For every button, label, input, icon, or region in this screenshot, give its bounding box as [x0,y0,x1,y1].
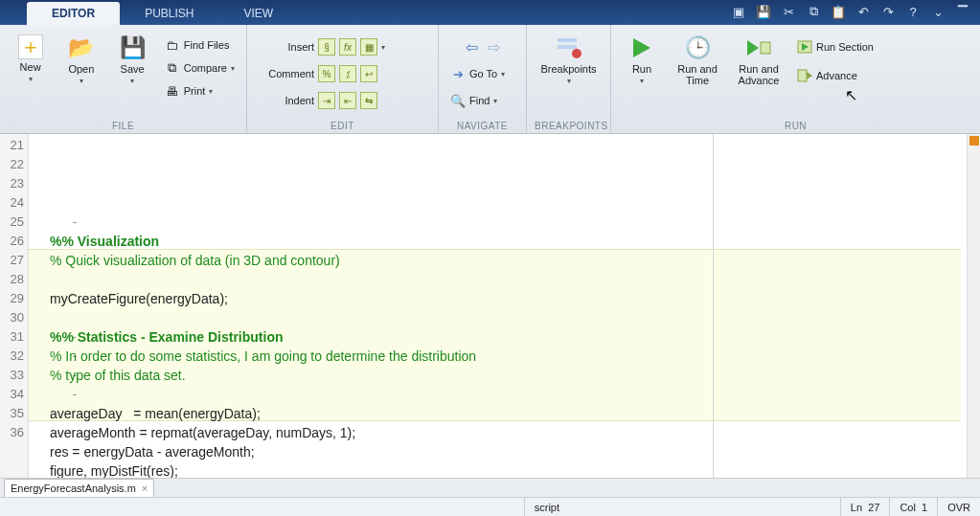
run-and-time-button[interactable]: 🕒 Run and Time [671,31,724,86]
message-bar[interactable] [967,134,980,478]
print-button[interactable]: 🖶 Print ▾ [161,80,239,101]
breakpoints-icon [556,34,582,61]
insert-label: Insert [259,41,314,53]
save-icon[interactable]: 💾 [754,2,773,21]
print-icon: 🖶 [165,83,180,99]
insert-misc-icon[interactable]: ▦ [360,38,377,56]
run-button[interactable]: Run ▾ [619,31,665,85]
advance-button[interactable]: Advance [793,65,877,86]
status-line: Ln 27 [840,498,890,516]
svg-rect-1 [558,45,577,49]
svg-point-2 [572,49,581,58]
file-tab[interactable]: EnergyForecastAnalysis.m × [4,479,154,497]
tab-editor[interactable]: EDITOR [27,2,120,25]
open-button[interactable]: 📂 Open ▾ [58,31,103,85]
wrap-comment-icon[interactable]: ↩ [360,65,377,82]
svg-marker-3 [633,38,650,57]
copy-icon[interactable]: ⧉ [804,2,823,21]
breakpoints-button[interactable]: Breakpoints ▾ [536,31,603,85]
section-navigate: ⇦ ⇨ ➔ Go To ▾ 🔍 Find ▾ NAVIGATE [439,25,527,133]
run-section-icon [797,39,812,55]
goto-icon: ➔ [450,66,466,81]
breakpoints-label: Breakpoints [540,63,596,75]
svg-marker-4 [747,40,759,56]
insert-section-icon[interactable]: § [318,38,335,56]
find-icon: 🔍 [450,93,466,108]
find-button[interactable]: 🔍 Find ▾ [446,90,518,111]
code-analyzer-indicator[interactable] [969,136,979,146]
status-bar: script Ln 27 Col 1 OVR [0,497,980,516]
code-area[interactable]: %% Visualization% Quick visualization of… [29,134,967,478]
advance-icon [797,68,812,83]
run-section-button[interactable]: Run Section [793,36,877,57]
plus-icon: ＋ [18,34,43,59]
help-icon[interactable]: ? [903,2,923,21]
save-button[interactable]: 💾 Save ▾ [110,31,155,85]
nav-fwd-icon[interactable]: ⇨ [488,38,500,56]
editor-area: 21222324252627282930313233343536 %% Visu… [0,134,980,478]
document-tabs: EnergyForecastAnalysis.m × [0,478,980,497]
indent-label: Indent [259,95,314,106]
run-time-label: Run and Time [677,63,718,86]
comment-row: Comment % ⁒ ↩ [255,63,389,84]
find-files-button[interactable]: 🗀 Find Files [161,34,239,56]
new-label: New [20,61,41,73]
insert-row: Insert § fx ▦ ▾ [255,36,389,57]
run-section-label: Run Section [816,41,874,53]
compare-icon: ⧉ [165,60,180,76]
nav-back-fwd: ⇦ ⇨ [446,36,518,57]
tab-view[interactable]: VIEW [218,2,298,25]
quick-access: ▣ 💾 ✂ ⧉ 📋 ↶ ↷ ? ⌄ ▔ [729,2,972,21]
goto-button[interactable]: ➔ Go To ▾ [446,63,518,84]
save-icon: 💾 [119,34,146,61]
close-icon[interactable]: × [142,482,148,494]
section-file-label: FILE [8,121,239,133]
find-files-label: Find Files [184,39,230,51]
svg-rect-5 [761,42,770,54]
comment-icon[interactable]: % [318,65,335,82]
ribbon: ＋ New ▾ 📂 Open ▾ 💾 Save ▾ 🗀 Find Files [0,25,980,134]
find-files-icon: 🗀 [165,37,180,53]
run-advance-label: Run and Advance [739,63,780,86]
redo-icon[interactable]: ↷ [878,2,898,21]
folder-open-icon: 📂 [68,34,95,61]
section-breakpoints-label: BREAKPOINTS [535,121,603,133]
indent-row: Indent ⇥ ⇤ ⇆ [255,90,389,111]
section-edit: Insert § fx ▦ ▾ Comment % ⁒ ↩ Indent ⇥ ⇤… [247,25,439,133]
status-script-type: script [524,498,840,516]
cut-icon[interactable]: ✂ [779,2,798,21]
status-col: Col 1 [889,498,937,516]
save-label: Save [121,63,145,75]
section-file: ＋ New ▾ 📂 Open ▾ 💾 Save ▾ 🗀 Find Files [0,25,247,133]
svg-marker-9 [807,72,812,79]
qa-icon-1[interactable]: ▣ [729,2,748,21]
run-and-advance-button[interactable]: Run and Advance [730,31,787,86]
status-ovr: OVR [937,498,980,516]
run-label: Run [632,63,651,75]
new-button[interactable]: ＋ New ▾ [8,31,53,83]
insert-fx-icon[interactable]: fx [339,38,356,56]
tab-publish[interactable]: PUBLISH [120,2,218,25]
find-label: Find [469,95,490,106]
minimize-ribbon-icon[interactable]: ▔ [953,2,972,21]
play-icon [628,34,655,61]
section-run: Run ▾ 🕒 Run and Time Run and Advance Run… [611,25,980,133]
open-label: Open [68,63,94,75]
nav-back-icon[interactable]: ⇦ [466,38,478,56]
goto-label: Go To [469,68,497,79]
line-gutter: 21222324252627282930313233343536 [0,134,29,478]
section-edit-label: EDIT [255,121,430,133]
svg-rect-0 [558,38,577,42]
compare-button[interactable]: ⧉ Compare ▾ [161,57,239,79]
undo-icon[interactable]: ↶ [854,2,873,21]
play-advance-icon [745,34,772,61]
dropdown-icon[interactable]: ⌄ [928,2,947,21]
outdent-icon[interactable]: ⇤ [339,92,356,109]
section-run-label: RUN [619,121,972,133]
indent-icon[interactable]: ⇥ [318,92,335,109]
paste-icon[interactable]: 📋 [829,2,848,21]
toolstrip-tabs: EDITOR PUBLISH VIEW ▣ 💾 ✂ ⧉ 📋 ↶ ↷ ? ⌄ ▔ [0,0,980,25]
uncomment-icon[interactable]: ⁒ [339,65,356,82]
smart-indent-icon[interactable]: ⇆ [360,92,377,109]
compare-label: Compare [184,62,227,74]
